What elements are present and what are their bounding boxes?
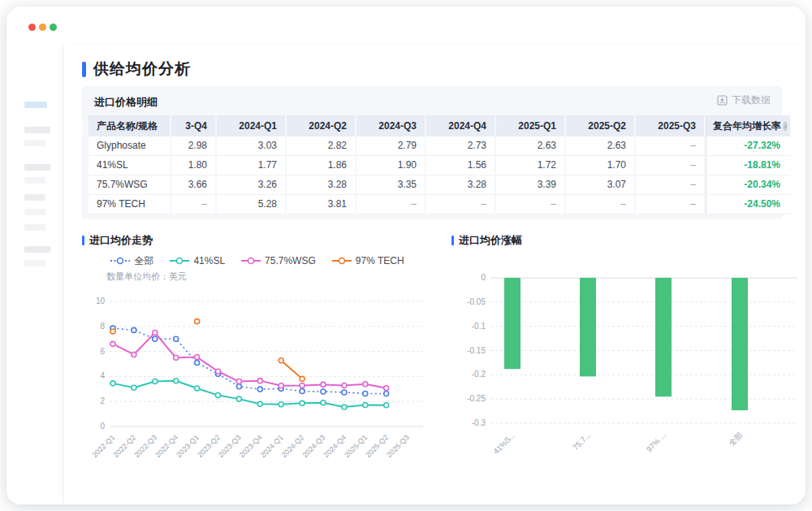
column-header-cagr[interactable]: 复合年均增长率i▲▼	[706, 115, 790, 136]
close-window-icon[interactable]	[28, 24, 36, 31]
data-point	[236, 384, 241, 389]
table-cell-product: 41%SL	[89, 156, 170, 175]
sidebar-nav-item[interactable]	[24, 209, 45, 215]
data-point	[300, 376, 304, 381]
table-cell-value: –	[636, 136, 704, 156]
data-point	[216, 393, 221, 398]
legend-label: 全部	[134, 254, 153, 268]
svg-text:-0.2: -0.2	[472, 370, 486, 379]
page-title-text: 供给均价分析	[93, 58, 191, 80]
info-icon[interactable]: i	[784, 122, 787, 131]
svg-text:-0.05: -0.05	[467, 297, 486, 306]
data-point	[195, 360, 200, 365]
sidebar-nav-item[interactable]	[24, 164, 50, 171]
column-header: 2024-Q1	[217, 115, 285, 136]
app-window: 供给均价分析 进口价格明细 下载数据 产品名称/规格3-Q42024-Q1202…	[6, 6, 806, 505]
table-cell-value: 2.63	[496, 136, 564, 156]
table-cell-value: 5.28	[217, 195, 285, 214]
data-point	[174, 355, 179, 360]
bar-chart-title: 进口均价涨幅	[451, 234, 806, 247]
data-point	[110, 329, 115, 334]
svg-text:全部: 全部	[727, 431, 744, 448]
table-cell-value: –	[636, 156, 704, 175]
table-cell-value: –	[636, 175, 704, 195]
data-point	[363, 403, 368, 408]
legend-label: 75.7%WSG	[265, 255, 316, 266]
svg-text:-0.25: -0.25	[467, 394, 486, 403]
column-header: 产品名称/规格	[89, 115, 170, 136]
table-cell-value: –	[356, 195, 425, 214]
download-label: 下载数据	[732, 93, 771, 107]
data-point	[132, 352, 136, 357]
legend-item-97% TECH[interactable]: 97% TECH	[332, 255, 404, 266]
data-point	[132, 385, 136, 390]
column-header: 2024-Q4	[426, 115, 495, 136]
line-chart-title: 进口均价走势	[82, 234, 433, 247]
sidebar-nav-item[interactable]	[24, 194, 45, 201]
bar-97% ...[interactable]	[655, 278, 672, 396]
table-cell-value: 3.28	[287, 175, 355, 195]
table-cell-value: 1.56	[426, 156, 495, 175]
data-point	[257, 379, 262, 383]
svg-text:2025-Q3: 2025-Q3	[385, 433, 411, 459]
minimize-window-icon[interactable]	[39, 24, 46, 31]
table-cell-value: 3.35	[356, 175, 425, 195]
sidebar-nav-item[interactable]	[24, 224, 45, 231]
table-cell-value: 2.73	[426, 136, 495, 156]
sidebar-nav-item[interactable]	[24, 246, 50, 253]
table-cell-cagr: -27.32%	[706, 136, 790, 156]
sidebar-nav-item-active[interactable]	[24, 102, 47, 108]
table-cell-value: 1.72	[496, 156, 564, 175]
table-cell-value: 3.66	[171, 175, 215, 195]
data-point	[257, 387, 262, 392]
data-point	[300, 401, 304, 405]
bar-41%S...[interactable]	[504, 278, 520, 369]
sorter-icon[interactable]: ▲▼	[789, 122, 790, 130]
table-cell-value: –	[496, 195, 564, 214]
table-cell-value: 1.77	[217, 156, 285, 175]
legend-item-75.7%WSG[interactable]: 75.7%WSG	[241, 255, 316, 266]
legend-item-41%SL[interactable]: 41%SL	[170, 255, 225, 266]
import-price-table-panel: 进口价格明细 下载数据 产品名称/规格3-Q42024-Q12024-Q2202…	[82, 86, 782, 219]
table-cell-value: 2.79	[356, 136, 425, 156]
table-cell-value: –	[636, 195, 704, 214]
table-cell-value: 3.03	[217, 136, 285, 156]
sidebar-nav-item[interactable]	[24, 260, 45, 266]
bar-chart: 0-0.05-0.1-0.15-0.2-0.25-0.341%S...75.7.…	[451, 252, 806, 465]
table-cell-value: 1.80	[171, 156, 215, 175]
sidebar-nav-item[interactable]	[24, 127, 50, 133]
data-point	[132, 327, 136, 332]
data-point	[216, 369, 221, 374]
svg-text:97% ...: 97% ...	[645, 431, 668, 454]
svg-text:-0.1: -0.1	[472, 322, 486, 331]
data-point	[195, 386, 200, 391]
data-point	[279, 383, 283, 388]
sidebar-nav-item[interactable]	[24, 177, 45, 184]
data-point	[257, 401, 262, 406]
data-point	[342, 383, 347, 388]
svg-text:-0.3: -0.3	[472, 418, 486, 427]
table-cell-value: 3.28	[426, 175, 495, 195]
table-cell-cagr: -20.34%	[706, 175, 790, 195]
data-point	[279, 402, 283, 407]
data-point	[174, 379, 179, 383]
bar-全部[interactable]	[732, 278, 748, 410]
data-point	[321, 389, 326, 394]
table-cell-cagr: -18.81%	[706, 156, 790, 175]
bar-75.7...[interactable]	[580, 278, 596, 376]
import-price-table: 产品名称/规格3-Q42024-Q12024-Q22024-Q32024-Q42…	[89, 115, 790, 214]
title-accent-bar	[451, 236, 454, 245]
table-cell-product: 97% TECH	[89, 195, 170, 214]
data-point	[384, 386, 389, 391]
table-cell-value: 1.70	[566, 156, 634, 175]
svg-text:0: 0	[100, 422, 105, 431]
data-point	[153, 379, 158, 384]
svg-text:41%S...: 41%S...	[491, 431, 516, 456]
sidebar-nav-item[interactable]	[24, 140, 45, 146]
download-data-button[interactable]: 下载数据	[717, 93, 771, 107]
svg-text:-0.15: -0.15	[467, 346, 486, 355]
legend-item-全部[interactable]: 全部	[110, 255, 153, 266]
maximize-window-icon[interactable]	[50, 24, 57, 31]
svg-text:10: 10	[96, 297, 106, 305]
bar-chart-section: 进口均价涨幅 0-0.05-0.1-0.15-0.2-0.25-0.341%S.…	[451, 234, 806, 468]
